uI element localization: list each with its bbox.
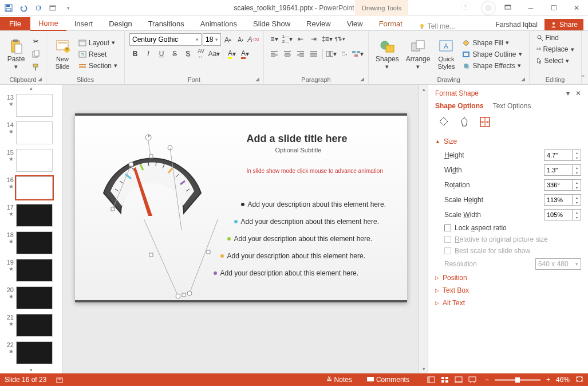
- effects-icon[interactable]: [458, 116, 471, 128]
- thumbnail-17[interactable]: 17★: [0, 202, 62, 229]
- text-options-tab[interactable]: Text Options: [493, 102, 531, 110]
- font-launcher[interactable]: ◢: [255, 76, 262, 83]
- clear-formatting-icon[interactable]: A⌫: [247, 34, 259, 45]
- font-size-combo[interactable]: 18▾: [203, 33, 221, 46]
- char-spacing-icon[interactable]: AV↔: [195, 48, 207, 60]
- highlight-icon[interactable]: A▾: [226, 48, 238, 60]
- normal-view-icon[interactable]: [424, 374, 438, 385]
- bullet-4[interactable]: Add your description about this element …: [214, 269, 358, 277]
- ribbon-options-icon[interactable]: [496, 0, 519, 16]
- shrink-font-icon[interactable]: A▾: [235, 34, 246, 45]
- thumbnail-15[interactable]: 15★: [0, 147, 62, 174]
- spell-check-icon[interactable]: [56, 376, 64, 384]
- canvas-scrollbar[interactable]: ▴ ▾: [419, 85, 428, 373]
- size-properties-icon[interactable]: [479, 116, 491, 128]
- pane-menu-icon[interactable]: ▾: [566, 89, 570, 97]
- transitions-tab[interactable]: Transitions: [140, 17, 192, 30]
- comments-button[interactable]: Comments: [367, 376, 409, 384]
- view-tab[interactable]: View: [339, 17, 371, 30]
- slide-title[interactable]: Add a slide title here: [247, 133, 348, 145]
- italic-icon[interactable]: I: [143, 48, 154, 60]
- animations-tab[interactable]: Animations: [192, 17, 245, 30]
- indent-inc-icon[interactable]: ⇥: [308, 33, 319, 45]
- insert-tab[interactable]: Insert: [66, 17, 101, 30]
- lock-aspect-checkbox[interactable]: Lock aspect ratio: [435, 222, 581, 234]
- format-tab[interactable]: Format: [371, 17, 411, 30]
- reset-button[interactable]: Reset: [76, 50, 120, 59]
- thumbnail-18[interactable]: 18★: [0, 229, 62, 257]
- underline-icon[interactable]: U: [156, 48, 167, 60]
- quick-styles-button[interactable]: A Quick Styles: [435, 33, 457, 75]
- share-button[interactable]: Share: [544, 19, 583, 30]
- user-name[interactable]: Farshad Iqbal: [496, 21, 538, 29]
- select-button[interactable]: Select ▾: [534, 56, 577, 65]
- bullet-0[interactable]: Add your description about this element …: [241, 200, 386, 208]
- zoom-slider[interactable]: [495, 379, 540, 381]
- section-button[interactable]: Section ▾: [76, 61, 120, 70]
- scale-width-spinner[interactable]: ▴▾: [544, 209, 581, 220]
- thumbnail-14[interactable]: 14★: [0, 119, 62, 147]
- numbering-icon[interactable]: 1—2—▾: [282, 33, 293, 45]
- replace-button[interactable]: ᵃᵇReplace ▾: [534, 45, 577, 54]
- new-slide-button[interactable]: ✶ New Slide: [51, 33, 74, 75]
- save-icon[interactable]: [2, 2, 15, 14]
- thumb-scroll-up[interactable]: ▴: [0, 85, 62, 92]
- tell-me-search[interactable]: Tell me...: [419, 22, 455, 30]
- minimize-icon[interactable]: ─: [519, 0, 542, 16]
- close-icon[interactable]: ✕: [565, 0, 588, 16]
- slideshow-view-icon[interactable]: [465, 374, 479, 385]
- undo-icon[interactable]: [17, 2, 30, 14]
- file-tab[interactable]: File: [0, 17, 30, 30]
- bullet-3[interactable]: Add your description about this element …: [220, 252, 365, 260]
- start-from-beginning-icon[interactable]: [47, 2, 60, 14]
- thumbnail-19[interactable]: 19★: [0, 257, 62, 284]
- notes-button[interactable]: ≚ Notes: [326, 376, 352, 384]
- change-case-icon[interactable]: Aa▾: [208, 48, 220, 60]
- alttext-section[interactable]: ▷Alt Text: [435, 297, 581, 309]
- thumbnail-16[interactable]: 16★: [0, 174, 62, 202]
- indent-dec-icon[interactable]: ⇤: [295, 33, 306, 45]
- gauge-shape[interactable]: [86, 127, 218, 230]
- zoom-level[interactable]: 46%: [556, 376, 570, 384]
- position-section[interactable]: ▷Position: [435, 271, 581, 284]
- align-center-icon[interactable]: [282, 48, 293, 60]
- font-color-icon[interactable]: A▾: [239, 48, 251, 60]
- redo-icon[interactable]: [32, 2, 45, 14]
- align-right-icon[interactable]: [295, 48, 306, 60]
- shape-fill-button[interactable]: Shape Fill ▾: [460, 38, 524, 48]
- shapes-button[interactable]: Shapes▾: [373, 33, 401, 75]
- strikethrough-icon[interactable]: S: [169, 48, 180, 60]
- font-name-combo[interactable]: Century Gothic▾: [129, 33, 202, 46]
- smartart-icon[interactable]: ▾: [352, 48, 364, 60]
- pane-close-icon[interactable]: ✕: [575, 89, 581, 97]
- thumbnail-21[interactable]: 21★: [0, 312, 62, 339]
- bullet-2[interactable]: Add your description about this element …: [227, 235, 372, 243]
- slide-counter[interactable]: Slide 16 of 23: [5, 376, 46, 384]
- rotation-spinner[interactable]: ▴▾: [544, 179, 581, 191]
- find-button[interactable]: Find: [534, 33, 577, 42]
- shape-outline-button[interactable]: Shape Outline ▾: [460, 50, 524, 59]
- columns-icon[interactable]: ▾: [326, 48, 337, 60]
- selection-handles[interactable]: [144, 219, 258, 305]
- review-tab[interactable]: Review: [298, 17, 339, 30]
- zoom-in-icon[interactable]: +: [546, 376, 550, 384]
- slideshow-tab[interactable]: Slide Show: [245, 17, 298, 30]
- sorter-view-icon[interactable]: [438, 374, 452, 385]
- home-tab[interactable]: Home: [30, 17, 66, 31]
- align-left-icon[interactable]: [269, 48, 280, 60]
- scale-height-spinner[interactable]: ▴▾: [544, 194, 581, 206]
- maximize-icon[interactable]: ☐: [542, 0, 565, 16]
- scroll-down-icon[interactable]: ▾: [419, 364, 428, 373]
- scroll-up-icon[interactable]: ▴: [419, 85, 428, 94]
- qat-more-icon[interactable]: ▾: [62, 2, 74, 14]
- thumbnail-22[interactable]: 22★: [0, 339, 62, 367]
- text-direction-icon[interactable]: ¶⇅▾: [334, 33, 346, 45]
- slide-subtitle[interactable]: Optional Subtitle: [275, 147, 322, 153]
- clipboard-launcher[interactable]: ◢: [38, 76, 45, 83]
- collapse-ribbon-icon[interactable]: ⌃: [580, 74, 586, 82]
- align-text-icon[interactable]: ⎕▾: [339, 48, 350, 60]
- shape-options-tab[interactable]: Shape Options: [435, 102, 484, 110]
- design-tab[interactable]: Design: [101, 17, 140, 30]
- textbox-section[interactable]: ▷Text Box: [435, 284, 581, 297]
- cut-icon[interactable]: ✂: [30, 36, 41, 48]
